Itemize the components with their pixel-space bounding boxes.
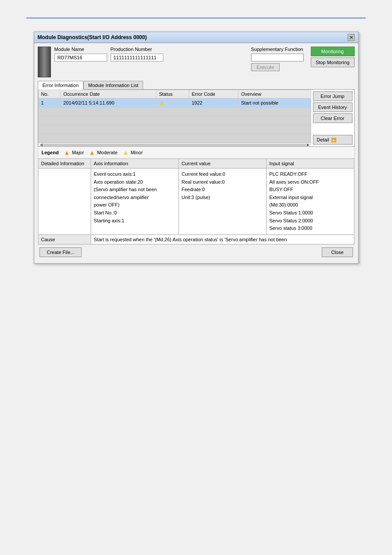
cell-status [156, 98, 189, 108]
legend-section: Legend Major Moderate Minor [38, 147, 355, 159]
scrollbar-track[interactable] [43, 144, 306, 146]
legend-moderate: Moderate [89, 149, 117, 156]
scroll-right-icon[interactable]: ▶ [306, 143, 310, 147]
table-row-empty-3 [38, 125, 311, 134]
col-error-code: Error Code [189, 90, 238, 98]
detailed-grid: Detailed Information Axis information Cu… [38, 159, 354, 235]
scroll-left-icon[interactable]: ◀ [39, 143, 43, 147]
input-signal-cell: PLC READY:OFF All axes servo ON:OFF BUSY… [266, 168, 354, 235]
minor-icon [123, 149, 129, 156]
cell-overview: Start not possible [238, 98, 311, 108]
current-value-header: Current value [179, 159, 266, 168]
monitoring-buttons: Monitoring Stop Monitoring [311, 47, 355, 67]
monitoring-button[interactable]: Monitoring [311, 47, 355, 56]
module-name-label: Module Name [54, 47, 107, 52]
production-number-value: 1111111111111111 [111, 54, 163, 62]
main-panel: No. Occurrence Date Status Error Code Ov… [38, 89, 355, 147]
cell-date: 2014/02/11 5:14:11.690 [61, 98, 156, 108]
col-date: Occurrence Date [61, 90, 156, 98]
horizontal-scrollbar[interactable]: ◀ ▶ [38, 143, 311, 146]
moderate-icon [89, 149, 95, 156]
event-history-button[interactable]: Event History [313, 102, 352, 112]
tabs: Error Information Module Information Lis… [38, 81, 355, 89]
close-button[interactable]: Close [322, 247, 352, 257]
current-value-cell: Current feed value:0 Real current value:… [179, 168, 266, 235]
supplementary-dropdown[interactable] [251, 54, 304, 62]
legend-moderate-label: Moderate [97, 150, 117, 155]
axis-info-header: Axis information [91, 159, 179, 168]
module-name-value: RD77MS16 [54, 54, 107, 62]
table-row-empty-2 [38, 116, 311, 125]
window-title: Module Diagnostics(Start I/O Address 000… [38, 34, 147, 40]
table-row[interactable]: 1 2014/02/11 5:14:11.690 1922 Start not … [38, 98, 311, 108]
table-row-empty-4 [38, 134, 311, 143]
module-icon [38, 47, 51, 77]
col-overview: Overview [238, 90, 311, 98]
right-action-buttons: Error Jump Event History Clear Error Det… [311, 90, 354, 146]
cell-error-code: 1922 [189, 98, 238, 108]
col-no: No. [38, 90, 61, 98]
detail-button[interactable]: Detail 🔼 [313, 135, 352, 145]
title-bar: Module Diagnostics(Start I/O Address 000… [34, 32, 358, 43]
tab-module-information-list[interactable]: Module Information List [83, 81, 143, 89]
supplementary-section: Supplementary Function Execute [251, 47, 304, 71]
module-info: Module Name RD77MS16 Production Number 1… [54, 47, 248, 62]
col-status: Status [156, 90, 189, 98]
warning-icon [159, 100, 165, 106]
cause-row: Cause Start is requested when the '(Md.2… [38, 235, 354, 244]
close-icon[interactable]: ✕ [348, 34, 355, 41]
error-jump-button[interactable]: Error Jump [313, 91, 352, 101]
clear-error-button[interactable]: Clear Error [313, 113, 352, 123]
top-section: Module Name RD77MS16 Production Number 1… [38, 47, 355, 77]
table-row-empty-1 [38, 108, 311, 116]
legend-minor-label: Minor [131, 150, 143, 155]
error-table: No. Occurrence Date Status Error Code Ov… [38, 90, 311, 143]
execute-button[interactable]: Execute [251, 63, 280, 71]
create-file-button[interactable]: Create File... [40, 247, 82, 257]
input-signal-header: Input signal [266, 159, 354, 168]
legend-label: Legend [42, 150, 59, 155]
cause-value: Start is requested when the '(Md.26) Axi… [91, 235, 354, 244]
cell-no: 1 [38, 98, 61, 108]
detailed-label-cell [38, 168, 91, 235]
main-window: Module Diagnostics(Start I/O Address 000… [34, 32, 359, 264]
detailed-section: Detailed Information Axis information Cu… [38, 159, 355, 245]
legend-major-label: Major [72, 150, 84, 155]
axis-info-cell: Event occurs axis:1 Axis operation state… [91, 168, 179, 235]
cause-label: Cause [38, 235, 91, 244]
stop-monitoring-button[interactable]: Stop Monitoring [311, 58, 355, 67]
supplementary-label: Supplementary Function [251, 47, 304, 52]
tab-error-information[interactable]: Error Information [38, 81, 84, 90]
legend-major: Major [64, 149, 84, 156]
detail-expand-icon: 🔼 [331, 138, 336, 142]
error-table-section: No. Occurrence Date Status Error Code Ov… [38, 90, 311, 146]
production-number-label: Production Number [111, 47, 163, 52]
major-icon [64, 149, 70, 156]
bottom-buttons: Create File... Close [38, 245, 355, 260]
detailed-info-header: Detailed Information [38, 159, 91, 168]
legend-minor: Minor [123, 149, 143, 156]
